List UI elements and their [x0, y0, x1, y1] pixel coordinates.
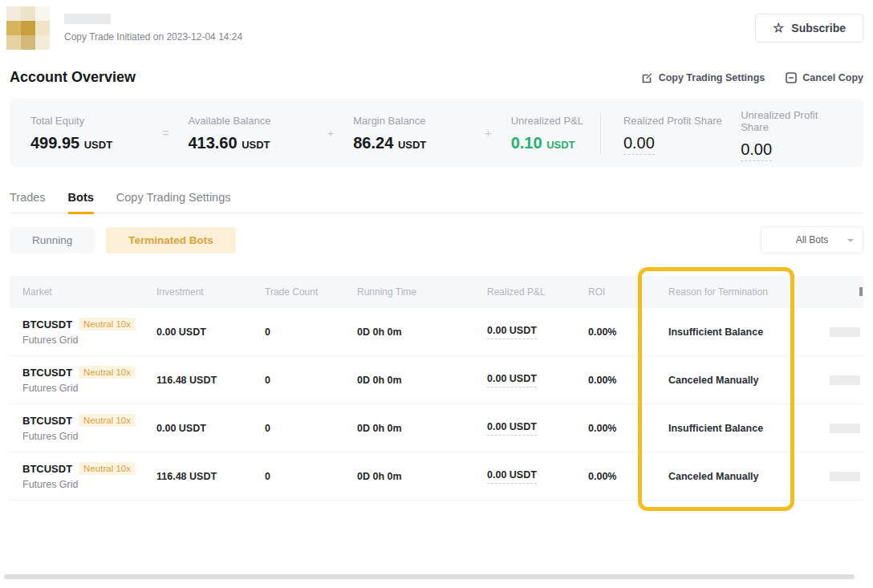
market-symbol: BTCUSDT [22, 463, 72, 475]
tab-copy-trading-settings[interactable]: Copy Trading Settings [116, 191, 231, 213]
copy-trading-page: Copy Trade Initiated on 2023-12-04 14:24… [0, 0, 873, 588]
investment-cell: 116.48 USDT [144, 471, 252, 482]
reason-cell: Insufficient Balance [656, 326, 794, 338]
col-market: Market [10, 286, 144, 298]
running-time-cell: 0D 0h 0m [344, 423, 474, 434]
margin-balance-value: 86.24 [353, 134, 393, 152]
stat-label: Unrealized P&L [511, 115, 600, 127]
available-balance-unit: USDT [242, 139, 270, 151]
stat-unrealized-profit-share: Unrealized Profit Share 0.00 [741, 109, 843, 157]
stat-label: Realized Profit Share [623, 115, 741, 127]
realized-pnl-cell: 0.00 USDT [474, 469, 575, 484]
leverage-badge: Neutral 10x [79, 414, 136, 427]
col-trade-count: Trade Count [252, 286, 344, 298]
market-cell: BTCUSDT Neutral 10x Futures Grid [10, 462, 144, 490]
col-running-time: Running Time [344, 286, 474, 298]
market-cell: BTCUSDT Neutral 10x Futures Grid [10, 318, 144, 346]
leverage-badge: Neutral 10x [79, 462, 136, 475]
investment-cell: 0.00 USDT [144, 326, 252, 338]
main-tabs: Trades Bots Copy Trading Settings [10, 191, 863, 213]
terminated-bots-table: Market Investment Trade Count Running Ti… [10, 276, 863, 501]
minus-square-icon [786, 72, 797, 83]
available-balance-value: 413.60 [188, 134, 237, 152]
stat-margin-balance: Margin Balance 86.24 USDT [353, 115, 465, 151]
realized-pnl-cell: 0.00 USDT [474, 325, 575, 339]
bot-type: Futures Grid [22, 335, 144, 346]
filter-running[interactable]: Running [10, 227, 95, 253]
col-roi: ROI [575, 286, 656, 298]
censored-action-link[interactable] [830, 375, 860, 385]
stat-unrealized-pnl: Unrealized P&L 0.10 USDT [511, 115, 600, 151]
trader-header: Copy Trade Initiated on 2023-12-04 14:24… [10, 6, 863, 50]
filter-terminated-bots[interactable]: Terminated Bots [106, 227, 236, 253]
overview-actions: Copy Trading Settings Cancel Copy [642, 72, 863, 83]
investment-cell: 116.48 USDT [144, 375, 252, 386]
roi-cell: 0.00% [575, 471, 656, 482]
unrealized-profit-share-value: 0.00 [741, 140, 772, 161]
running-time-cell: 0D 0h 0m [344, 326, 474, 338]
realized-pnl-cell: 0.00 USDT [474, 421, 575, 436]
copy-trade-initiated-text: Copy Trade Initiated on 2023-12-04 14:24 [64, 31, 242, 43]
edit-icon [642, 72, 653, 83]
running-time-cell: 0D 0h 0m [344, 471, 474, 482]
stat-label: Total Equity [30, 115, 143, 127]
total-equity-value: 499.95 [30, 134, 79, 152]
chevron-down-icon [847, 239, 854, 242]
tab-bots[interactable]: Bots [68, 191, 94, 214]
leverage-badge: Neutral 10x [79, 318, 136, 330]
trader-meta: Copy Trade Initiated on 2023-12-04 14:24 [64, 6, 242, 43]
trade-count-cell: 0 [252, 326, 344, 338]
stat-total-equity: Total Equity 499.95 USDT [30, 115, 143, 151]
unrealized-pnl-unit: USDT [546, 139, 575, 151]
copy-trading-settings-button[interactable]: Copy Trading Settings [642, 72, 765, 83]
market-cell: BTCUSDT Neutral 10x Futures Grid [10, 414, 144, 442]
table-row: BTCUSDT Neutral 10x Futures Grid 116.48 … [10, 356, 863, 404]
star-icon: ☆ [773, 22, 784, 34]
copy-trading-settings-label: Copy Trading Settings [659, 72, 765, 83]
stat-label: Margin Balance [353, 115, 465, 127]
stat-available-balance: Available Balance 413.60 USDT [188, 115, 307, 151]
stat-realized-profit-share: Realized Profit Share 0.00 [623, 115, 741, 151]
censored-action-link[interactable] [830, 424, 860, 433]
reason-cell: Insufficient Balance [656, 423, 794, 434]
col-realized-pnl: Realized P&L [474, 286, 575, 298]
subscribe-button[interactable]: ☆ Subscribe [755, 14, 863, 43]
equals-operator: = [162, 126, 169, 140]
bots-filter-row: Running Terminated Bots All Bots [10, 226, 863, 253]
reason-cell: Canceled Manually [656, 471, 794, 482]
trade-count-cell: 0 [252, 471, 344, 482]
realized-profit-share-value: 0.00 [623, 134, 655, 155]
market-symbol: BTCUSDT [22, 415, 72, 427]
col-investment: Investment [144, 286, 252, 298]
leverage-badge: Neutral 10x [79, 366, 136, 379]
plus-operator: + [327, 126, 334, 140]
bot-type: Futures Grid [22, 479, 144, 490]
market-symbol: BTCUSDT [22, 367, 72, 379]
trade-count-cell: 0 [252, 423, 344, 434]
stat-label: Available Balance [188, 115, 307, 127]
censored-action-link[interactable] [830, 472, 860, 481]
account-overview-header: Account Overview Copy Trading Settings C… [10, 69, 863, 86]
censored-action-link[interactable] [830, 327, 860, 337]
market-cell: BTCUSDT Neutral 10x Futures Grid [10, 366, 144, 394]
tab-trades[interactable]: Trades [10, 191, 46, 213]
all-bots-dropdown[interactable]: All Bots [761, 226, 863, 253]
trader-name-censored [64, 14, 111, 24]
investment-cell: 0.00 USDT [144, 423, 252, 434]
account-stats-card: Total Equity 499.95 USDT = Available Bal… [10, 99, 863, 167]
table-row: BTCUSDT Neutral 10x Futures Grid 0.00 US… [10, 404, 863, 452]
subscribe-label: Subscribe [791, 22, 846, 34]
reason-cell: Canceled Manually [656, 375, 794, 386]
stats-divider [600, 112, 601, 154]
realized-pnl-cell: 0.00 USDT [474, 373, 575, 387]
unrealized-pnl-value: 0.10 [511, 134, 542, 152]
cancel-copy-button[interactable]: Cancel Copy [786, 72, 863, 83]
bot-type: Futures Grid [22, 383, 144, 394]
stat-label: Unrealized Profit Share [741, 109, 843, 133]
roi-cell: 0.00% [575, 375, 656, 386]
avatar [6, 6, 50, 50]
roi-cell: 0.00% [575, 326, 656, 338]
bot-type: Futures Grid [22, 431, 144, 442]
horizontal-scrollbar[interactable] [4, 574, 855, 579]
running-time-cell: 0D 0h 0m [344, 375, 474, 386]
